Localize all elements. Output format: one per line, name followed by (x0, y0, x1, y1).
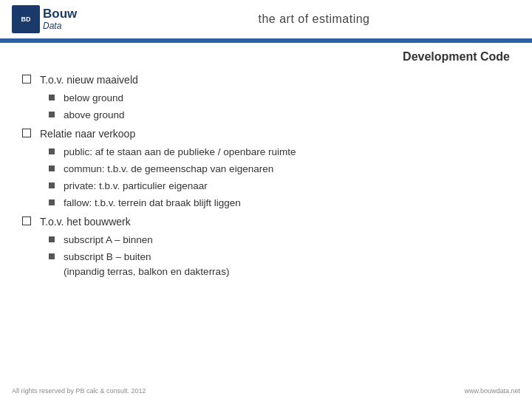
sub-dash-icon (49, 166, 55, 171)
list-item: Relatie naar verkoop (22, 126, 517, 142)
footer-left-text: All rights reserved by PB calc & consult… (12, 387, 146, 395)
footer: All rights reserved by PB calc & consult… (0, 383, 532, 399)
sub-item-text: private: t.b.v. particulier eigenaar (64, 179, 208, 194)
item-label: T.o.v. het bouwwerk (40, 214, 131, 230)
logo-data: Data (43, 21, 77, 31)
bullet-icon (22, 129, 31, 137)
sub-dash-icon (49, 95, 55, 100)
sub-list-item: commun: t.b.v. de gemeenschap van eigena… (49, 162, 517, 177)
footer-right-text: www.bouwdata.net (464, 387, 520, 395)
item-label: Relatie naar verkoop (40, 126, 135, 142)
sub-list-item: subscript A – binnen (49, 233, 517, 248)
bullet-icon (22, 216, 31, 225)
item-label: T.o.v. nieuw maaiveld (40, 72, 138, 88)
main-content: T.o.v. nieuw maaiveld below ground above… (0, 69, 532, 383)
sub-item-text: fallow: t.b.v. terrein dat braak blijft … (64, 196, 241, 211)
logo-area: BD Bouw Data (12, 5, 108, 33)
sub-list-item: public: af te staan aan de publieke / op… (49, 145, 517, 160)
sub-dash-icon (49, 200, 55, 205)
sub-dash-icon (49, 236, 55, 242)
list-item: T.o.v. het bouwwerk (22, 214, 517, 230)
sub-dash-icon (49, 183, 55, 188)
sub-list-item: subscript B – buiten (inpandig terras, b… (49, 250, 517, 280)
section-title: Development Code (0, 43, 532, 69)
sub-dash-icon (49, 149, 55, 154)
sub-item-text: commun: t.b.v. de gemeenschap van eigena… (64, 162, 273, 177)
list-item: T.o.v. nieuw maaiveld (22, 72, 517, 88)
sub-dash-icon (49, 253, 55, 259)
logo-bd-text: BD (21, 16, 31, 23)
sub-item-text: subscript B – buiten (inpandig terras, b… (64, 250, 229, 280)
sub-list-3: subscript A – binnen subscript B – buite… (49, 233, 517, 280)
sub-item-text: above ground (64, 108, 125, 123)
sub-item-text: below ground (64, 91, 123, 106)
bullet-icon (22, 75, 31, 83)
sub-dash-icon (49, 112, 55, 117)
logo-bouw: Bouw (43, 7, 77, 21)
sub-list-item: fallow: t.b.v. terrein dat braak blijft … (49, 196, 517, 211)
page-wrapper: BD Bouw Data the art of estimating Devel… (0, 0, 532, 399)
sub-item-text: public: af te staan aan de publieke / op… (64, 145, 296, 160)
sub-list-1: below ground above ground (49, 91, 517, 123)
sub-list-item: private: t.b.v. particulier eigenaar (49, 179, 517, 194)
sub-list-2: public: af te staan aan de publieke / op… (49, 145, 517, 211)
sub-list-item: above ground (49, 108, 517, 123)
logo-text: Bouw Data (43, 7, 77, 31)
header-title: the art of estimating (108, 13, 520, 26)
logo-box: BD (12, 5, 40, 33)
sub-item-text: subscript A – binnen (64, 233, 153, 248)
header: BD Bouw Data the art of estimating (0, 0, 532, 38)
sub-list-item: below ground (49, 91, 517, 106)
